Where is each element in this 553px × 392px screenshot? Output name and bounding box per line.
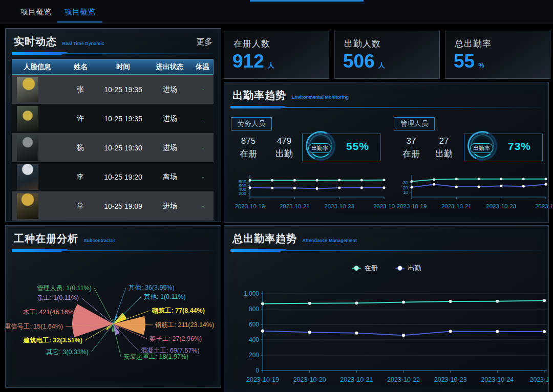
tab-project-overview-1[interactable]: 项目概览 xyxy=(11,0,60,23)
svg-text:20: 20 xyxy=(403,185,408,190)
top-accent-bar xyxy=(250,0,364,2)
col-temperature: 体温 xyxy=(192,62,213,72)
svg-text:30: 30 xyxy=(403,180,408,185)
table-row: 李10-25 19:20离场- xyxy=(12,162,214,191)
rose-label: 安装起重工: 18(1.97%) xyxy=(123,353,188,360)
svg-text:2023-10-22: 2023-10-22 xyxy=(387,376,420,383)
worker-photo xyxy=(17,193,38,219)
more-link[interactable]: 更多 xyxy=(196,37,212,48)
worker-photo xyxy=(17,106,38,132)
rose-label: 其他: 36(3.95%) xyxy=(129,284,175,291)
gauge-rate-value: 55% xyxy=(346,140,369,153)
total-trend-panel: 总出勤率趋势 Attendance Management 在册 出勤 02004… xyxy=(224,225,549,392)
table-row: 杨10-25 19:30进场- xyxy=(12,133,214,162)
labor-attended: 479 出勤 xyxy=(268,135,300,160)
entry-time: 10-25 19:35 xyxy=(99,115,147,123)
entry-status: 进场 xyxy=(147,114,193,123)
realtime-table-body: 张10-25 19:35进场-许10-25 19:35进场-杨10-25 19:… xyxy=(12,75,214,221)
worker-name: 常 xyxy=(62,202,99,211)
legend-dot-icon xyxy=(352,268,361,269)
attended-label: 出勤 xyxy=(428,147,460,160)
svg-text:2023-10-2: 2023-10-2 xyxy=(530,376,549,383)
job-analysis-panel: 工种在册分析 Subcontractor 管理人员: 1(0.11%)杂工: 1… xyxy=(5,225,221,388)
management-trend-chart: 1020302023-10-192023-10-212023-10-232023… xyxy=(389,173,551,219)
worker-photo xyxy=(17,77,38,102)
registered-label: 在册 xyxy=(395,147,427,160)
stat-label: 总出勤率 xyxy=(455,38,550,50)
temperature: - xyxy=(193,203,214,210)
svg-text:2023-10-21: 2023-10-21 xyxy=(340,376,373,383)
table-row: 常10-25 19:09进场- xyxy=(12,191,214,221)
svg-text:2023-10-19: 2023-10-19 xyxy=(246,376,279,383)
entry-time: 10-25 19:20 xyxy=(99,173,147,181)
entry-status: 进场 xyxy=(147,85,193,94)
labor-rate-gauge: 出勤率 55% xyxy=(302,134,381,161)
stat-label: 在册人数 xyxy=(233,38,329,50)
rose-label: 其它: 3(0.33%) xyxy=(46,349,89,356)
labor-registered: 875 在册 xyxy=(232,135,264,160)
registered-value: 875 xyxy=(232,135,264,147)
management-attended: 27 出勤 xyxy=(428,135,460,160)
stat-unit: 人 xyxy=(268,61,274,69)
worker-name: 张 xyxy=(62,85,99,94)
title-underline xyxy=(12,52,215,55)
svg-text:2023-10-24: 2023-10-24 xyxy=(481,376,514,383)
registered-label: 在册 xyxy=(232,147,264,160)
entry-status: 离场 xyxy=(147,172,193,182)
entry-time: 10-25 19:30 xyxy=(99,144,147,152)
entry-status: 进场 xyxy=(147,202,193,211)
entry-time: 10-25 19:09 xyxy=(99,202,147,210)
svg-text:2023-10-20: 2023-10-20 xyxy=(293,376,326,383)
col-face-info: 人脸信息 xyxy=(12,62,62,72)
realtime-subtitle: Real Time Dynamic xyxy=(62,41,104,46)
labor-trend-chart: 2004006008002023-10-192023-10-212023-10-… xyxy=(227,173,389,219)
attendance-header: 出勤率趋势 Environmental Monitoring xyxy=(232,89,349,102)
management-rate-gauge: 出勤率 73% xyxy=(464,134,543,161)
stat-card-rate: 总出勤率 55% xyxy=(445,31,550,79)
legend-item-registered[interactable]: 在册 xyxy=(352,264,378,273)
worker-photo xyxy=(17,164,38,190)
svg-text:600: 600 xyxy=(249,321,259,328)
management-group-tag[interactable]: 管理人员 xyxy=(394,117,435,130)
stat-value: 55% xyxy=(454,51,550,72)
svg-text:2023-10: 2023-10 xyxy=(535,203,553,209)
total-trend-subtitle: Attendance Management xyxy=(302,238,357,243)
total-trend-title: 总出勤率趋势 xyxy=(232,233,297,244)
stat-unit: 人 xyxy=(378,61,385,69)
svg-text:2023-10-21: 2023-10-21 xyxy=(441,203,472,209)
entry-time: 10-25 19:35 xyxy=(99,85,147,94)
legend-label: 出勤 xyxy=(408,264,421,273)
attended-value: 479 xyxy=(268,135,300,147)
stat-card-registered: 在册人数 912人 xyxy=(224,31,329,79)
tab-project-overview-2-active[interactable]: 项目概览 xyxy=(55,0,104,23)
worker-name: 许 xyxy=(62,114,99,123)
gauge-label: 出勤率 xyxy=(470,143,493,153)
legend-item-attended[interactable]: 出勤 xyxy=(395,264,421,273)
col-name: 姓名 xyxy=(62,62,99,72)
attended-label: 出勤 xyxy=(268,147,300,160)
realtime-table-header: 人脸信息 姓名 时间 进出状态 体温 xyxy=(12,59,214,75)
gauge-rate-value: 73% xyxy=(508,140,531,153)
stat-value: 506人 xyxy=(343,51,439,72)
svg-text:800: 800 xyxy=(239,179,246,184)
job-type-rose-chart: 管理人员: 1(0.11%)杂工: 1(0.11%)木工: 421(46.16%… xyxy=(6,253,221,387)
labor-group-tag[interactable]: 劳务人员 xyxy=(231,117,272,130)
title-underline xyxy=(230,249,542,252)
job-subtitle: Subcontractor xyxy=(83,238,115,243)
management-registered: 37 在册 xyxy=(395,135,427,160)
svg-text:2023-10-23: 2023-10-23 xyxy=(324,203,354,209)
rose-label: 管理人员: 1(0.11%) xyxy=(37,285,92,292)
col-time: 时间 xyxy=(99,62,147,72)
chart-legend: 在册 出勤 xyxy=(224,264,548,273)
col-status: 进出状态 xyxy=(147,62,193,72)
svg-text:10: 10 xyxy=(403,190,408,195)
legend-label: 在册 xyxy=(365,264,378,273)
entry-status: 进场 xyxy=(147,143,193,153)
dashboard: 项目概览 项目概览 实时动态 Real Time Dynamic 更多 人脸信息… xyxy=(0,0,553,392)
rose-label: 砌筑工: 77(8.44%) xyxy=(152,307,205,314)
rose-label: 重信号工: 15(1.64%) xyxy=(6,323,63,330)
attendance-trend-panel: 出勤率趋势 Environmental Monitoring 劳务人员 管理人员… xyxy=(224,82,549,223)
rose-label: 建筑电工: 32(3.51%) xyxy=(23,337,82,344)
table-row: 张10-25 19:35进场- xyxy=(12,75,214,104)
stat-value: 912人 xyxy=(232,51,329,72)
